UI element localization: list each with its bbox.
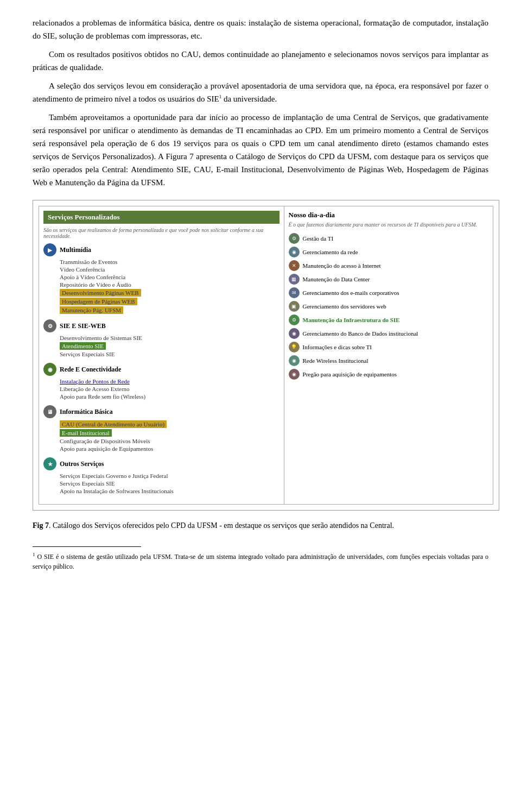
service-item: Transmissão de Eventos [60,259,279,265]
service-item: Repositório de Vídeo e Áudio [60,281,279,288]
service-item: Desenvolvimento de Sistemas SIE [60,335,279,341]
right-item-wireless: ◉ Rede Wireless Institucional [289,355,488,366]
group-title-multimidia: ▶ Multimídia [43,243,279,256]
emails-corporativos-icon: ✉ [289,287,300,298]
service-item: Serviços Especiais SIE [60,351,279,357]
right-item-gestao: ⚙ Gestão da TI [289,233,488,244]
service-item: Hospedagem de Páginas WEB [60,298,279,305]
manutencao-internet-icon: ✕ [289,260,300,271]
left-section-header: Serviços Personalizados [43,211,279,224]
group-title-outros: ★ Outros Serviços [43,457,279,470]
service-item: CAU (Central de Atendimento ao Usuário) [60,420,279,428]
gerenciamento-rede-icon: ◉ [289,247,300,257]
figure-caption: Fig 7. Catálogo dos Serviços oferecidos … [33,521,488,530]
sie-icon: ⚙ [43,319,56,332]
service-item: Atendimento SIE [60,342,279,350]
service-item: Serviços Especiais Governo e Justiça Fed… [60,473,279,479]
gestao-icon: ⚙ [289,233,300,244]
service-item: Apoio à Vídeo Conferência [60,274,279,280]
service-item: Instalação de Pontos de Rede [60,378,279,385]
right-item-informacoes-ti: 💡 Informações e dicas sobre TI [289,342,488,353]
service-item: Manutenção Pág. UFSM [60,306,279,314]
group-title-sie: ⚙ SIE E SIE-WEB [43,319,279,332]
footnote-1: 1 O SIE é o sistema de gestão utilizado … [33,551,488,571]
paragraph-4: Também aproveitamos a oportunidade para … [33,111,488,189]
service-group-multimidia: ▶ Multimídia Transmissão de Eventos Víde… [43,243,279,314]
group-title-informatica: 🖥 Informática Básica [43,405,279,418]
right-item-gerenciamento-rede: ◉ Gerenciamento da rede [289,247,488,257]
service-item: Vídeo Conferência [60,266,279,273]
outros-icon: ★ [43,457,56,470]
service-group-outros: ★ Outros Serviços Serviços Especiais Gov… [43,457,279,494]
service-item: Desenvolvimento Páginas WEB [60,289,279,297]
service-item: Apoio para Rede sem fio (Wireless) [60,393,279,400]
right-item-servidores-web: ▣ Gerenciamento dos servidores web [289,301,488,312]
servidores-web-icon: ▣ [289,301,300,312]
infraestrutura-sie-icon: ⚙ [289,314,300,325]
informatica-icon: 🖥 [43,405,56,418]
service-group-sie: ⚙ SIE E SIE-WEB Desenvolvimento de Siste… [43,319,279,357]
figure-7: Serviços Personalizados São os serviços … [33,200,499,511]
figure-right-panel: Nosso dia-a-dia É o que fazemos diariame… [284,206,493,505]
service-item: Apoio para aquisição de Equipamentos [60,445,279,452]
rede-icon: ◉ [43,363,56,376]
multimidia-icon: ▶ [43,243,56,256]
right-item-manutencao-internet: ✕ Manutenção do acesso à Internet [289,260,488,271]
paragraph-3: A seleção dos serviços levou em consider… [33,79,488,105]
figure-label: Fig 7 [33,521,49,530]
right-section-subtitle: É o que fazemos diariamente para manter … [289,222,488,228]
right-item-datacenter: ▦ Manutenção do Data Center [289,274,488,285]
informacoes-ti-icon: 💡 [289,342,300,353]
left-section-subtitle: São os serviços que realizamos de forma … [43,227,279,239]
right-section-header: Nosso dia-a-dia [289,211,488,219]
footnote-divider [33,546,141,547]
right-item-infraestrutura-sie: ⚙ Manutenção da Infraestrutura do SIE [289,314,488,325]
pregao-icon: ◉ [289,369,300,380]
service-item: Apoio na Instalação de Softwares Institu… [60,488,279,494]
banco-dados-icon: ◉ [289,328,300,339]
right-item-pregao: ◉ Pregão para aquisição de equipamentos [289,369,488,380]
wireless-icon: ◉ [289,355,300,366]
right-item-banco-dados: ◉ Gerenciamento do Banco de Dados instit… [289,328,488,339]
right-item-emails-corporativos: ✉ Gerenciamento dos e-mails corporativos [289,287,488,298]
group-title-rede: ◉ Rede E Conectividade [43,363,279,376]
service-group-rede: ◉ Rede E Conectividade Instalação de Pon… [43,363,279,400]
service-item: Liberação de Acesso Externo [60,386,279,392]
figure-left-panel: Serviços Personalizados São os serviços … [39,206,284,505]
datacenter-icon: ▦ [289,274,300,285]
service-item: E-mail Institucional [60,429,279,437]
paragraph-2: Com os resultados positivos obtidos no C… [33,48,488,74]
service-group-informatica: 🖥 Informática Básica CAU (Central de Ate… [43,405,279,452]
paragraph-1: relacionados a problemas de informática … [33,16,488,42]
service-item: Serviços Especiais SIE [60,480,279,487]
service-item: Configuração de Dispositivos Móveis [60,438,279,444]
